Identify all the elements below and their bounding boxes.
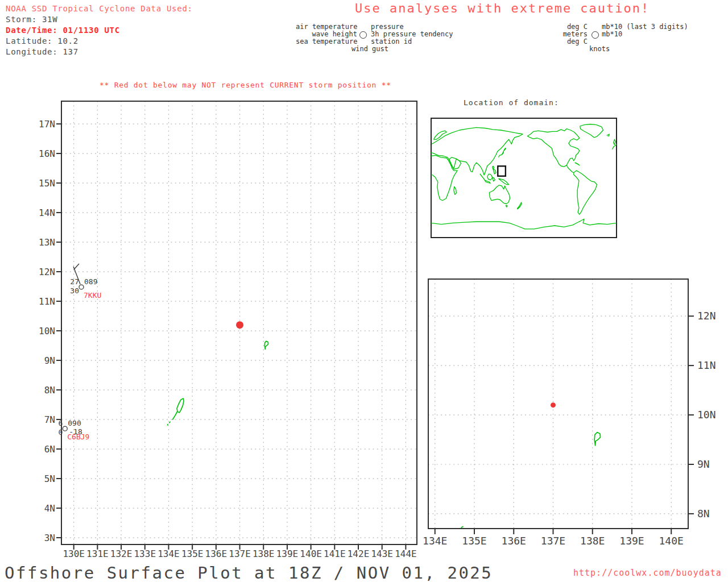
zoom-plot-frame [428,279,688,529]
coastline [527,129,580,167]
x-tick-label: 134E [158,548,180,559]
x-tick-label: 137E [229,548,251,559]
coastline [431,153,484,176]
station-7KKU: 27089307KKU [70,264,101,300]
main-plot: 130E131E132E133E134E135E136E137E138E139E… [39,101,417,559]
y-tick-label: 13N [39,237,55,248]
y-tick-label: 17N [39,119,55,130]
coastline [614,139,616,144]
coastline [480,174,490,183]
y-tick-label: 10N [697,409,716,421]
coastline [574,171,597,214]
coastline [506,205,507,207]
plot-layer: 130E131E132E133E134E135E136E137E138E139E… [0,0,728,582]
x-tick-label: 130E [63,548,85,559]
y-tick-label: 8N [697,508,710,519]
y-tick-label: 10N [39,326,55,336]
island-outline-yap [264,341,268,349]
coastline [431,155,457,200]
x-tick-label: 138E [253,548,275,559]
station-pressure: 089 [84,277,97,286]
station-sea-temp: 30 [70,286,79,295]
x-tick-label: 140E [300,548,322,559]
island-outline-palau-tip [461,527,463,528]
y-tick-label: 9N [697,458,710,470]
station-pressure: 090 [68,419,81,427]
x-tick-label: 136E [205,548,228,559]
coastline [607,134,610,136]
x-tick-label: 142E [348,548,370,559]
coastline [489,185,510,204]
x-tick-label: 132E [110,548,133,559]
coastline [487,174,493,180]
coastline [431,219,617,229]
coastline [434,131,447,139]
y-tick-label: 15N [39,178,55,189]
x-tick-label: 141E [324,548,346,559]
y-tick-label: 8N [44,385,55,396]
world-map [431,118,617,238]
y-tick-label: 12N [39,267,55,277]
coastline [613,144,617,149]
x-tick-label: 135E [181,548,204,559]
station-id-label: C6BJ9 [67,433,89,441]
y-tick-label: 14N [39,207,55,218]
wind-barb [74,264,79,269]
x-tick-label: 139E [619,535,644,547]
island-outline-yap [594,433,600,446]
x-tick-label: 140E [659,535,684,547]
island-outline-palau-islet-2 [167,424,168,425]
x-tick-label: 137E [541,535,565,547]
x-tick-label: 136E [502,535,526,547]
coastline [575,163,580,165]
x-tick-label: 135E [462,535,486,547]
coastline [432,127,523,144]
coastline [454,186,457,194]
zoom-plot: 134E135E136E137E138E139E140E8N9N10N11N12… [423,279,715,547]
station-air-temp: 27 [70,277,79,286]
y-tick-label: 5N [44,473,55,484]
domain-box [498,166,506,176]
storm-position-dot [236,321,243,329]
station-air-temp: 6 [58,419,63,427]
coastline [493,177,495,181]
y-tick-label: 7N [44,414,55,425]
x-tick-label: 143E [371,548,393,559]
station-circle [79,285,84,289]
coastline [499,178,509,185]
x-tick-label: 138E [580,535,605,547]
y-tick-label: 4N [44,503,55,514]
y-tick-label: 11N [697,359,716,371]
page-title: Offshore Surface Plot at 18Z / NOV 01, 2… [5,563,493,582]
y-tick-label: 6N [44,444,55,455]
x-tick-label: 133E [134,548,156,559]
source-url[interactable]: http://coolwx.com/buoydata [573,568,722,578]
island-outline-palau-tail [173,412,177,420]
coastline [484,134,523,175]
x-tick-label: 131E [86,548,109,559]
coastline [493,166,496,174]
station-id-label: 7KKU [84,291,101,300]
station-sea-temp: 0 [58,428,63,436]
buoy-plot-page: { "colors": { "red_soft": "#ff6262", "re… [0,0,728,582]
coastline [517,202,522,209]
y-tick-label: 9N [44,355,55,366]
world-map-frame [431,118,617,238]
coastline [580,124,603,138]
y-tick-label: 16N [39,148,55,159]
station-circle [63,426,67,431]
y-tick-label: 12N [697,310,716,322]
station-C6BJ9: 60900-18C6BJ9 [58,419,89,441]
island-outline-palau-islet-1 [169,422,170,423]
y-tick-label: 11N [39,296,55,307]
island-outline-palau-loop [177,398,184,413]
x-tick-label: 144E [395,548,417,559]
x-tick-label: 134E [423,535,447,547]
y-tick-label: 3N [44,533,55,543]
x-tick-label: 139E [276,548,299,559]
storm-position-dot [551,402,556,408]
coastline [566,165,574,173]
